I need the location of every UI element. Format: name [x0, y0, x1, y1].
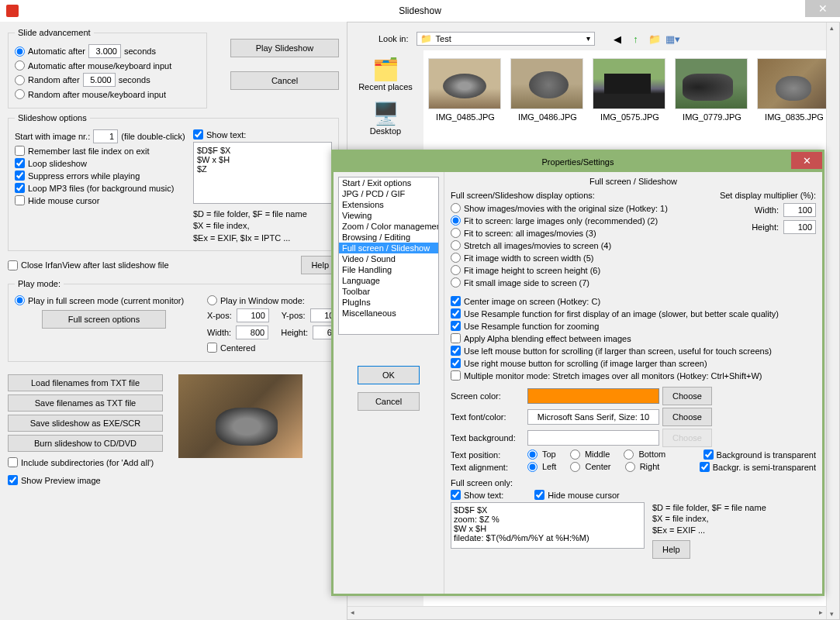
- hide-cursor-check[interactable]: [15, 195, 25, 205]
- props-help-button[interactable]: Help: [652, 540, 690, 559]
- up-icon[interactable]: ↑: [629, 32, 643, 46]
- play-mode-group: Play mode: Play in full screen mode (cur…: [8, 279, 352, 362]
- lookin-select[interactable]: Test: [417, 32, 595, 46]
- lookin-label: Look in:: [379, 34, 409, 43]
- save-txt-button[interactable]: Save filenames as TXT file: [8, 394, 163, 412]
- disp-3-radio[interactable]: [451, 228, 461, 238]
- loop-mp3-check[interactable]: [15, 183, 25, 193]
- show-text-area[interactable]: $D$F $X $W x $H $Z: [193, 142, 332, 204]
- show-text2-area[interactable]: [451, 502, 645, 549]
- choose-font-button[interactable]: Choose: [662, 408, 712, 426]
- vertical-scrollbar[interactable]: [826, 22, 839, 619]
- burn-button[interactable]: Burn slideshow to CD/DVD: [8, 435, 163, 452]
- center-check[interactable]: [451, 296, 461, 306]
- slideshow-options-group: Slideshow options Start with image nr.:(…: [8, 113, 339, 251]
- choose-color-button[interactable]: Choose: [662, 387, 712, 405]
- disp-6-radio[interactable]: [451, 265, 461, 275]
- window-title: Slideshow: [399, 5, 441, 16]
- file-thumb[interactable]: IMG_0779.JPG: [675, 58, 749, 122]
- props-cancel-button[interactable]: Cancel: [358, 392, 420, 411]
- horizontal-scrollbar[interactable]: [347, 606, 826, 619]
- mult-width-input[interactable]: [783, 203, 816, 217]
- left-scroll-check[interactable]: [451, 346, 461, 356]
- close-icon[interactable]: ✕: [805, 0, 840, 17]
- auto-input-radio[interactable]: [15, 60, 25, 71]
- disp-2-radio[interactable]: [451, 215, 461, 226]
- file-thumb[interactable]: IMG_0835.JPG: [757, 58, 831, 122]
- play-full-radio[interactable]: [15, 295, 25, 305]
- load-txt-button[interactable]: Load filenames from TXT file: [8, 374, 163, 391]
- disp-7-radio[interactable]: [451, 277, 461, 288]
- show-preview-check[interactable]: [8, 475, 18, 485]
- xpos-input[interactable]: [237, 308, 269, 322]
- font-display: Microsoft Sans Serif, Size: 10: [527, 409, 659, 425]
- play-window-radio[interactable]: [207, 295, 217, 305]
- new-folder-icon[interactable]: 📁: [648, 32, 662, 46]
- slideshow-panel: Slide advancement Automatic afterseconds…: [0, 22, 347, 620]
- pos-mid-radio[interactable]: [570, 450, 580, 460]
- preview-image: [178, 374, 302, 458]
- props-ok-button[interactable]: OK: [358, 366, 420, 384]
- window-titlebar: Slideshow ✕: [0, 0, 840, 22]
- remember-index-check[interactable]: [15, 146, 25, 156]
- recent-places[interactable]: 🗂️Recent places: [351, 57, 420, 91]
- width-input[interactable]: [236, 326, 268, 339]
- close-after-check[interactable]: [8, 260, 18, 270]
- al-ctr-radio[interactable]: [570, 462, 580, 472]
- category-list[interactable]: Start / Exit options JPG / PCD / GIF Ext…: [338, 177, 439, 335]
- hide-cursor2-check[interactable]: [534, 490, 544, 500]
- show-text2-check[interactable]: [451, 490, 461, 500]
- al-rt-radio[interactable]: [625, 462, 635, 472]
- view-menu-icon[interactable]: ▦▾: [666, 32, 680, 46]
- bg-semi-check[interactable]: [700, 462, 710, 472]
- desktop-place[interactable]: 🖥️Desktop: [351, 101, 420, 136]
- disp-1-radio[interactable]: [451, 203, 461, 213]
- alpha-check[interactable]: [451, 333, 461, 343]
- props-heading: Full screen / Slideshow: [451, 177, 816, 186]
- bg-transparent-check[interactable]: [703, 450, 714, 460]
- show-text-check[interactable]: [193, 129, 203, 140]
- choose-bg-button: Choose: [662, 429, 712, 447]
- slide-advancement-group: Slide advancement Automatic afterseconds…: [8, 28, 207, 108]
- random-input-radio[interactable]: [15, 89, 25, 99]
- play-slideshow-button[interactable]: Play Slideshow: [230, 39, 339, 57]
- cancel-button[interactable]: Cancel: [230, 71, 339, 90]
- properties-close-icon[interactable]: ✕: [791, 152, 822, 169]
- random-seconds-input[interactable]: [83, 73, 116, 87]
- file-thumb[interactable]: IMG_0575.JPG: [593, 58, 667, 122]
- auto-after-radio[interactable]: [15, 46, 25, 57]
- right-scroll-check[interactable]: [451, 358, 461, 368]
- random-after-radio[interactable]: [15, 75, 25, 85]
- back-icon[interactable]: ◀: [610, 32, 624, 46]
- multi-monitor-check[interactable]: [451, 370, 461, 381]
- include-sub-check[interactable]: [8, 457, 18, 467]
- auto-seconds-input[interactable]: [88, 44, 121, 58]
- start-image-input[interactable]: [93, 129, 118, 143]
- al-left-radio[interactable]: [527, 462, 538, 472]
- text-legend: $D = file folder, $F = file name $X = fi…: [193, 208, 332, 244]
- file-thumb[interactable]: IMG_0486.JPG: [510, 58, 585, 122]
- resample-zoom-check[interactable]: [451, 321, 461, 331]
- properties-titlebar: Properties/Settings ✕: [334, 152, 822, 172]
- pos-bot-radio[interactable]: [624, 450, 634, 460]
- disp-5-radio[interactable]: [451, 253, 461, 263]
- save-exe-button[interactable]: Save slideshow as EXE/SCR: [8, 415, 163, 432]
- loop-check[interactable]: [15, 158, 25, 168]
- textbg-display: [527, 430, 659, 446]
- screen-color-swatch: [527, 388, 659, 404]
- mult-height-input[interactable]: [783, 220, 816, 234]
- fullscreen-options-button[interactable]: Full screen options: [42, 310, 166, 329]
- suppress-errors-check[interactable]: [15, 170, 25, 181]
- centered-check[interactable]: [207, 343, 217, 353]
- app-icon: [6, 5, 19, 17]
- resample-first-check[interactable]: [451, 308, 461, 319]
- pos-top-radio[interactable]: [527, 450, 538, 460]
- file-thumb[interactable]: IMG_0485.JPG: [428, 58, 503, 122]
- properties-dialog: Properties/Settings ✕ Start / Exit optio…: [331, 150, 824, 596]
- disp-4-radio[interactable]: [451, 240, 461, 250]
